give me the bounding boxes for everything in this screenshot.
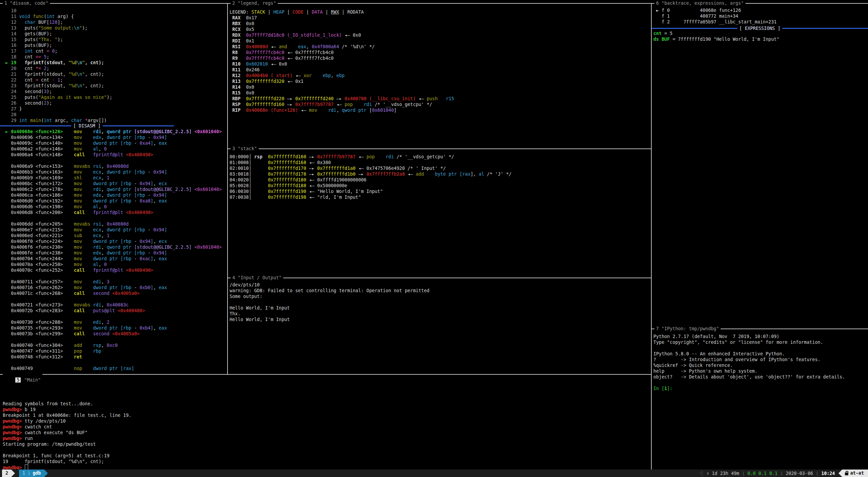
pane-backtrace[interactable]: ► f 0 40068e func+126 f 1 400772 main+34…	[652, 4, 868, 329]
pane-disasm-code[interactable]: 10 11 void func(int arg) { 12 char BUF[1…	[0, 4, 227, 374]
tmux-screen: 10 11 void func(int arg) { 12 char BUF[1…	[0, 0, 868, 477]
pane-ipython[interactable]: Python 2.7.17 (default, Nov 7 2019, 10:0…	[652, 329, 868, 470]
program-io-output: /dev/pts/10warning: GDB: Failed to set c…	[230, 282, 430, 322]
pane-title-stack: 3 "stack"	[231, 146, 259, 152]
tmux-status-bar: 2 1 ⟩ gdb ↑ 1d 23h 49m ⟨ 0.0 0.1 0.1 ⟨ 2…	[0, 470, 868, 477]
border-main-top[interactable]	[0, 374, 651, 375]
status-time: 10:24	[821, 471, 838, 476]
border-right-column[interactable]	[651, 3, 652, 470]
ipython-console: Python 2.7.17 (default, Nov 7 2019, 10:0…	[653, 334, 845, 391]
pane-title-backtrace: 6 "backtrace, expressions, args"	[654, 0, 745, 6]
powerline-arrow-left	[699, 470, 703, 477]
session-name-badge[interactable]: 2	[2, 470, 11, 477]
hostname-text: at-at	[850, 470, 864, 477]
window-tab-gdb[interactable]: 1 ⟩ gdb	[19, 470, 44, 477]
border-io-top[interactable]	[228, 278, 651, 278]
pane-input-output[interactable]: /dev/pts/10warning: GDB: Failed to set c…	[228, 278, 651, 374]
status-date: 2020-03-06	[786, 471, 813, 476]
status-separator: ⟨	[813, 471, 821, 476]
pane-stack[interactable]: 00:0000│ rsp 0x7fffffffd160 —▸ 0x7ffff7b…	[228, 149, 651, 278]
pane-title-ipython: 7 "IPython: tmp/pwndbg"	[654, 326, 721, 332]
expressions-section-title: [ EXPRESSIONS ]	[737, 25, 782, 31]
gdb-console-output: Reading symbols from test...done.pwndbg>…	[3, 401, 131, 470]
uptime-value: 1d 23h 49m	[709, 471, 739, 476]
pane-legend-regs[interactable]: LEGEND: STACK | HEAP | CODE | DATA | RWX…	[228, 4, 651, 148]
backtrace-frames: ► f 0 40068e func+126 f 1 400772 main+34…	[653, 7, 777, 25]
expressions-section-divider: [ EXPRESSIONS ]	[652, 28, 868, 29]
window-separator: ⟩	[28, 470, 33, 477]
pane-title-disasm-code: 1 "disasm, code"	[3, 0, 50, 6]
hostname-badge: at-at	[842, 470, 868, 477]
uptime-arrow-icon: ↑	[703, 471, 709, 476]
pane-title-main: 5 "Main"	[3, 371, 42, 377]
watch-expressions: cnt = 5ds BUF = 7fffffffd190 "Hello Worl…	[653, 31, 779, 42]
stack-listing: 00:0000│ rsp 0x7fffffffd160 —▸ 0x7ffff7b…	[230, 154, 511, 200]
powerline-arrow-left	[838, 470, 842, 477]
lock-icon	[845, 473, 848, 475]
pane-title-io: 4 "Input / Output"	[231, 275, 283, 281]
active-pane-label: "Main"	[21, 377, 40, 383]
pane-main-gdb[interactable]: Reading symbols from test...done.pwndbg>…	[0, 375, 651, 470]
border-stack-top[interactable]	[228, 148, 651, 149]
source-code-listing: 10 11 void func(int arg) { 12 char BUF[1…	[3, 8, 112, 123]
window-name: gdb	[33, 470, 43, 477]
status-separator: ⟨	[778, 471, 786, 476]
border-left-column[interactable]	[227, 3, 228, 375]
powerline-arrow	[44, 470, 48, 477]
registers-listing: LEGEND: STACK | HEAP | CODE | DATA | RWX…	[230, 9, 454, 113]
active-pane-number: 5	[15, 377, 21, 383]
load-average: 0.0 0.1 0.1	[747, 471, 778, 476]
disasm-listing: ► 0x40068e <func+126> mov rdi, qword ptr…	[3, 129, 222, 371]
pane-title-legend-regs: 2 "legend, regs"	[231, 0, 278, 6]
disasm-section-title: [ DISASM ]	[71, 123, 103, 129]
disasm-section-divider: [ DISASM ]	[0, 125, 174, 126]
powerline-arrow	[11, 470, 15, 477]
window-index: 1	[22, 470, 28, 477]
status-separator: ⟨	[739, 471, 747, 476]
